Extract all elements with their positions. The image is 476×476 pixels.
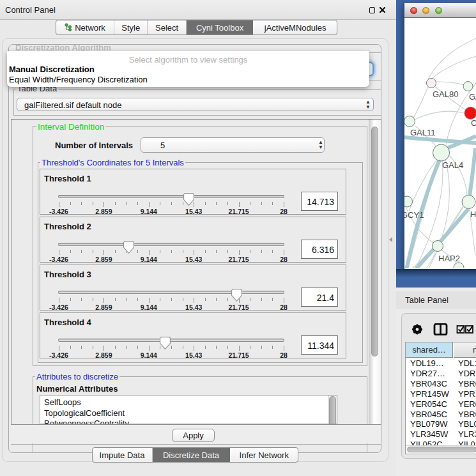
svg-text:GA: GA xyxy=(469,92,476,102)
svg-text:C: C xyxy=(471,118,476,128)
svg-text:GAL11: GAL11 xyxy=(410,128,436,137)
svg-text:H: H xyxy=(470,210,476,219)
svg-text:GAL80: GAL80 xyxy=(433,89,458,99)
svg-text:HAP2: HAP2 xyxy=(438,254,460,263)
svg-text:GCY1: GCY1 xyxy=(404,210,424,220)
svg-text:GAL4: GAL4 xyxy=(442,160,463,170)
